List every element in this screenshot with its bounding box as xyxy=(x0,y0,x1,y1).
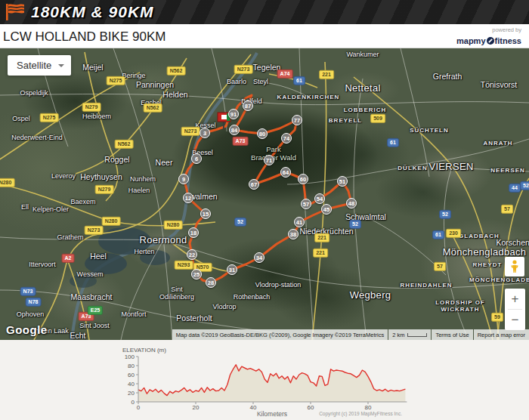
map-vector-layer xyxy=(0,48,529,340)
chart-text: 80 xyxy=(128,363,135,369)
report-map-error-link[interactable]: Report a map error xyxy=(474,329,529,340)
route-marker-31: 31 xyxy=(227,264,237,275)
mapmyfitness-logo-icon xyxy=(487,37,494,45)
zoom-out-button[interactable]: − xyxy=(505,310,525,330)
google-logo[interactable]: Google xyxy=(6,323,48,336)
route-marker-51: 51 xyxy=(337,176,348,187)
route-marker-71: 71 xyxy=(264,155,274,165)
route-title: LCW HOLLAND BIKE 90KM xyxy=(0,24,529,45)
route-marker-38: 38 xyxy=(288,229,299,239)
scale-bar xyxy=(407,333,427,337)
zoom-control: + − xyxy=(505,289,525,330)
powered-by-label: powered by xyxy=(456,26,521,33)
chart-text: 20 xyxy=(128,390,135,397)
scale-label: 2 km xyxy=(392,332,404,338)
route-marker-34: 34 xyxy=(254,252,264,263)
route-marker-6: 6 xyxy=(191,153,202,164)
chart-text: 60 xyxy=(308,404,314,411)
mapmyfitness-logo[interactable]: mapmyfitness xyxy=(456,36,521,45)
chart-text: 40 xyxy=(250,404,257,411)
powered-by-block[interactable]: powered by mapmyfitness xyxy=(456,26,521,45)
route-marker-12: 12 xyxy=(183,193,193,203)
map-type-button[interactable]: Satellite xyxy=(8,55,71,76)
brand-title: 180KM & 90KM xyxy=(31,3,154,21)
river-maas xyxy=(70,53,257,340)
zoom-in-button[interactable]: + xyxy=(505,289,525,309)
terms-of-use-link[interactable]: Terms of Use xyxy=(432,329,472,340)
route-marker-87: 87 xyxy=(243,100,253,111)
chart-text: 80 xyxy=(365,404,372,411)
route-marker-60: 60 xyxy=(298,174,308,184)
route-marker-41: 41 xyxy=(294,217,305,227)
route-marker-9: 9 xyxy=(178,174,189,184)
route-marker-28: 28 xyxy=(206,277,216,288)
chart-text: 100 xyxy=(125,354,135,360)
route-marker-80: 80 xyxy=(257,128,268,139)
route-marker-91: 91 xyxy=(228,109,239,119)
chart-text: ELEVATION (m) xyxy=(122,347,166,354)
route-marker-64: 64 xyxy=(280,167,291,178)
route-marker-84: 84 xyxy=(229,125,240,135)
logo-text-right: fitness xyxy=(495,36,521,45)
route-marker-77: 77 xyxy=(292,115,302,125)
app-header: 180KM & 90KM xyxy=(0,0,529,24)
chevron-down-icon xyxy=(58,64,64,67)
title-bar: LCW HOLLAND BIKE 90KM powered by mapmyfi… xyxy=(0,24,529,48)
route-marker-3: 3 xyxy=(200,128,210,138)
route-marker-18: 18 xyxy=(188,227,199,238)
elevation-fill xyxy=(138,365,405,402)
route-marker-25: 25 xyxy=(191,269,202,279)
chart-text: 0 xyxy=(131,399,135,406)
chart-text: Kilometers xyxy=(257,410,287,418)
route-marker-45: 45 xyxy=(321,204,332,215)
logo-text-left: mapmy xyxy=(456,36,486,45)
map-scale: 2 km xyxy=(388,329,431,340)
route-marker-74: 74 xyxy=(281,133,292,144)
route-marker-48: 48 xyxy=(346,198,357,208)
elevation-section: 020406080100020406080ELEVATION (m)Kilome… xyxy=(0,340,529,420)
elevation-chart: 020406080100020406080ELEVATION (m)Kilome… xyxy=(0,340,529,420)
map-type-label: Satellite xyxy=(17,60,51,71)
major-roads-layer xyxy=(0,52,529,340)
route-page: { "header": { "brand": "180KM & 90KM" },… xyxy=(0,0,529,420)
pegman-icon xyxy=(509,260,520,273)
route-marker-57: 57 xyxy=(301,199,311,209)
route-marker-22: 22 xyxy=(187,249,197,260)
chart-text: 20 xyxy=(193,404,200,411)
route-marker-54: 54 xyxy=(314,193,325,204)
chart-text: Copyright (c) 2019 MapMyFitness Inc. xyxy=(319,411,402,417)
chart-text: 60 xyxy=(128,372,135,378)
route-marker-67: 67 xyxy=(249,179,259,190)
route-marker-15: 15 xyxy=(200,208,211,219)
chart-text: 40 xyxy=(128,381,135,388)
map-data-attribution: Map data ©2019 GeoBasis-DE/BKG (©2009), … xyxy=(172,329,388,340)
pegman-button[interactable] xyxy=(505,257,524,276)
chart-text: 0 xyxy=(137,404,141,411)
map-attribution: Map data ©2019 GeoBasis-DE/BKG (©2009), … xyxy=(172,329,529,340)
map-canvas[interactable]: MeijelBeringePanningenHeldenEgchelOspeld… xyxy=(0,48,529,340)
brand-flag-icon xyxy=(5,3,25,21)
